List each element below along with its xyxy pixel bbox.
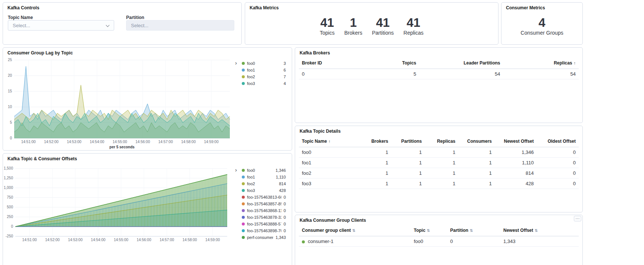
legend-series-name: foo-1575463813-60... xyxy=(247,195,281,199)
column-header-label: Newest Offset xyxy=(504,139,534,144)
column-header[interactable]: Brokers xyxy=(360,136,391,147)
column-header[interactable]: Consumer group client⇅ xyxy=(299,225,411,236)
legend-dot-icon xyxy=(242,209,245,212)
column-header[interactable]: Oldest Offset xyxy=(537,136,579,147)
table-cell: foo1 xyxy=(299,158,360,168)
legend-dot-icon xyxy=(242,196,245,199)
legend-item[interactable]: foo01,346 xyxy=(242,167,286,174)
legend-item[interactable]: foo-1575463898-70...0 xyxy=(242,227,286,234)
metric-item: 41Topics xyxy=(320,16,335,36)
sort-asc-icon: ↑ xyxy=(328,139,331,143)
sort-icon: ⇅ xyxy=(352,228,355,233)
column-header-label: Topic Name xyxy=(302,139,327,144)
legend-dot-icon xyxy=(242,223,245,225)
table-cell: foo0 xyxy=(411,236,447,247)
legend-series-name: foo2 xyxy=(247,182,277,186)
legend-item[interactable]: foo-1575463888-57...0 xyxy=(242,221,286,227)
x-tick-label: 14:57:00 xyxy=(160,238,174,242)
legend-item[interactable]: foo16 xyxy=(242,67,286,73)
legend-item[interactable]: foo03 xyxy=(242,60,286,67)
legend-expand-icon[interactable]: › xyxy=(235,60,237,66)
legend-series-name: foo0 xyxy=(247,61,281,66)
column-header[interactable]: Leader Partitions xyxy=(419,57,503,69)
column-header[interactable]: Topic⇅ xyxy=(411,225,447,236)
legend-series-value: 1,110 xyxy=(276,175,286,179)
consumer-clients-table: Consumer group client⇅Topic⇅Partition⇅Ne… xyxy=(299,225,579,247)
lag-chart-legend: foo03foo16foo27foo34 xyxy=(242,60,286,87)
column-header[interactable]: Newest Offset⇅ xyxy=(500,225,579,236)
partition-select[interactable]: Select... xyxy=(126,20,234,31)
table-cell: 1 xyxy=(360,179,391,189)
table-cell: foo0 xyxy=(299,147,360,158)
legend-dot-icon xyxy=(242,82,245,85)
legend-series-value: 0 xyxy=(284,202,286,206)
x-tick-label: 14:58:00 xyxy=(182,238,197,242)
column-header-label: Consumer group client xyxy=(302,228,351,233)
table-cell: 1 xyxy=(391,158,425,168)
table-cell: 1,343 xyxy=(500,236,579,247)
y-tick-label: 5 xyxy=(10,120,12,124)
legend-dot-icon xyxy=(242,202,245,205)
consumer-clients-table-wrap: Consumer group client⇅Topic⇅Partition⇅Ne… xyxy=(299,225,579,247)
table-cell: 1 xyxy=(360,147,391,158)
x-tick-label: 14:55:00 xyxy=(114,238,128,242)
legend-series-value: 0 xyxy=(284,195,286,199)
legend-dot-icon xyxy=(242,182,245,185)
column-header[interactable]: Replicas↑ xyxy=(503,57,579,69)
topic-name-select[interactable]: Select... xyxy=(8,20,114,31)
y-tick-label: 500 xyxy=(7,205,13,209)
table-cell: 0 xyxy=(299,69,383,79)
table-cell: 814 xyxy=(495,168,537,179)
table-cell: consumer-1 xyxy=(299,236,411,247)
legend-item[interactable]: foo-1575463857-85...0 xyxy=(242,201,286,207)
y-tick-label: 20 xyxy=(8,73,12,78)
table-cell: 1 xyxy=(459,158,495,168)
legend-item[interactable]: foo34 xyxy=(242,80,286,87)
metric-label: Topics xyxy=(320,30,335,36)
column-header[interactable]: Partitions xyxy=(391,136,425,147)
table-row: foo011111,3460 xyxy=(299,147,579,158)
table-cell: 1 xyxy=(459,168,495,179)
legend-item[interactable]: foo-1575463878-32...0 xyxy=(242,214,286,221)
column-header[interactable]: Consumers xyxy=(459,136,495,147)
column-header[interactable]: Replicas xyxy=(425,136,459,147)
metric-value: 4 xyxy=(520,16,563,29)
table-cell: 0 xyxy=(447,236,501,247)
y-tick-label: 1,000 xyxy=(4,186,13,190)
y-tick-label: 0 xyxy=(11,224,13,228)
column-header[interactable]: Partition⇅ xyxy=(447,225,501,236)
x-tick-label: 14:52:00 xyxy=(45,238,60,242)
legend-item[interactable]: perf-consumer-...1,343 xyxy=(242,234,286,241)
column-header[interactable]: Topic Name↑ xyxy=(299,136,360,147)
metric-value: 41 xyxy=(320,16,335,29)
table-cell: 0 xyxy=(537,168,579,179)
legend-item[interactable]: foo-1575463813-60...0 xyxy=(242,194,286,201)
legend-expand-icon[interactable]: › xyxy=(235,167,237,173)
legend-item[interactable]: foo11,110 xyxy=(242,174,286,180)
column-header-label: Replicas xyxy=(554,60,572,66)
column-header[interactable]: Broker ID xyxy=(299,57,383,69)
legend-series-value: 1,343 xyxy=(275,235,286,240)
topic-name-label: Topic Name xyxy=(8,15,33,20)
legend-item[interactable]: foo3428 xyxy=(242,187,286,194)
table-cell: 1 xyxy=(459,179,495,189)
x-tick-label: 14:52:00 xyxy=(44,140,59,144)
panel-options-button[interactable]: ⋯ xyxy=(574,216,581,221)
y-tick-label: 10 xyxy=(8,105,12,109)
column-header[interactable]: Newest Offset xyxy=(495,136,537,147)
legend-item[interactable]: foo27 xyxy=(242,73,286,80)
legend-item[interactable]: foo2814 xyxy=(242,180,286,187)
sort-icon: ⇅ xyxy=(470,228,473,233)
legend-dot-icon xyxy=(242,229,245,232)
x-tick-label: 14:56:00 xyxy=(135,140,150,144)
kafka-brokers-panel: Kafka Brokers Broker IDTopicsLeader Part… xyxy=(295,47,583,123)
y-tick-label: 1,250 xyxy=(4,176,13,180)
select-placeholder: Select... xyxy=(13,23,30,28)
metric-item: 1Brokers xyxy=(344,16,362,36)
x-tick-label: 14:54:00 xyxy=(91,238,106,242)
column-header[interactable]: Topics xyxy=(383,57,419,69)
table-cell: 0 xyxy=(537,179,579,189)
table-row: foo111111,1100 xyxy=(299,158,579,168)
legend-item[interactable]: foo-1575463868-116...0 xyxy=(242,207,286,214)
consumer-metrics-panel: Consumer Metrics 4Consumer Groups xyxy=(501,2,583,45)
